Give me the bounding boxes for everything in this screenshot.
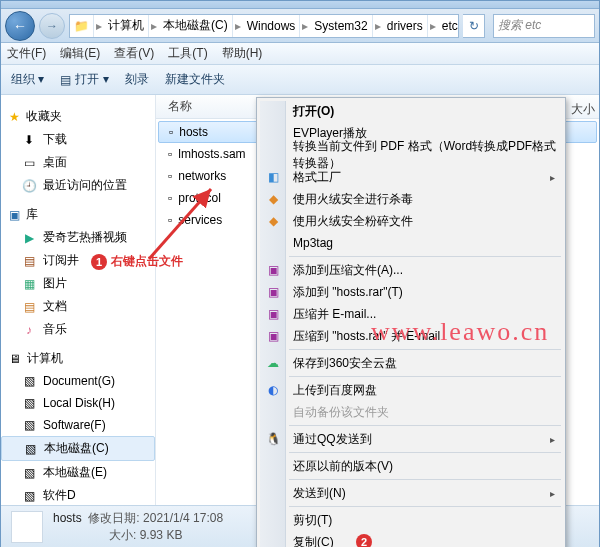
nav-downloads[interactable]: ⬇下载 bbox=[1, 128, 155, 151]
ctx-open[interactable]: 打开(O) bbox=[259, 100, 563, 122]
menu-tools[interactable]: 工具(T) bbox=[168, 45, 207, 62]
winrar-icon: ▣ bbox=[265, 262, 281, 278]
file-thumbnail bbox=[11, 511, 43, 543]
documents-icon: ▤ bbox=[21, 299, 37, 315]
chevron-right-icon: ▸ bbox=[550, 172, 555, 183]
nav-drive-d[interactable]: ▧软件D bbox=[1, 484, 155, 505]
nav-libraries-header[interactable]: ▣库 bbox=[1, 203, 155, 226]
chevron-right-icon[interactable]: ▸ bbox=[428, 19, 438, 33]
winrar-icon: ▣ bbox=[265, 328, 281, 344]
breadcrumb-computer[interactable]: 计算机 bbox=[104, 15, 149, 37]
chevron-right-icon[interactable]: ▸ bbox=[233, 19, 243, 33]
menu-file[interactable]: 文件(F) bbox=[7, 45, 46, 62]
organize-button[interactable]: 组织 ▾ bbox=[11, 71, 44, 88]
ctx-zip-rar-email[interactable]: ▣压缩到 "hosts.rar" 并 E-mail bbox=[259, 325, 563, 347]
breadcrumb[interactable]: 📁 ▸ 计算机 ▸ 本地磁盘(C) ▸ Windows ▸ System32 ▸… bbox=[69, 14, 459, 38]
column-name[interactable]: 名称 bbox=[168, 98, 192, 115]
badge-2: 2 bbox=[356, 534, 372, 547]
open-button[interactable]: ▤打开 ▾ bbox=[60, 71, 108, 88]
ctx-separator bbox=[289, 506, 561, 507]
breadcrumb-system32[interactable]: System32 bbox=[310, 15, 372, 37]
chevron-right-icon: ▸ bbox=[550, 488, 555, 499]
star-icon: ★ bbox=[9, 110, 20, 124]
ctx-cut[interactable]: 剪切(T) bbox=[259, 509, 563, 531]
ctx-qq-send[interactable]: 🐧通过QQ发送到▸ bbox=[259, 428, 563, 450]
ctx-zip-email[interactable]: ▣压缩并 E-mail... bbox=[259, 303, 563, 325]
context-menu: 打开(O) EVPlayer播放 转换当前文件到 PDF 格式（Word转换成P… bbox=[256, 97, 566, 547]
chevron-right-icon[interactable]: ▸ bbox=[300, 19, 310, 33]
desktop-icon: ▭ bbox=[21, 155, 37, 171]
ctx-save-360[interactable]: ☁保存到360安全云盘 bbox=[259, 352, 563, 374]
nav-drive-h[interactable]: ▧Local Disk(H) bbox=[1, 392, 155, 414]
shred-icon: ◆ bbox=[265, 213, 281, 229]
open-icon: ▤ bbox=[60, 73, 71, 87]
nav-music[interactable]: ♪音乐 bbox=[1, 318, 155, 341]
nav-documents[interactable]: ▤文档 bbox=[1, 295, 155, 318]
breadcrumb-drive-c[interactable]: 本地磁盘(C) bbox=[159, 15, 233, 37]
badge-1: 1 bbox=[91, 254, 107, 270]
new-folder-button[interactable]: 新建文件夹 bbox=[165, 71, 225, 88]
cloud-icon: ☁ bbox=[265, 355, 281, 371]
back-button[interactable]: ← bbox=[5, 11, 35, 41]
breadcrumb-windows[interactable]: Windows bbox=[243, 15, 301, 37]
nav-recent[interactable]: 🕘最近访问的位置 bbox=[1, 174, 155, 197]
nav-favorites-header[interactable]: ★收藏夹 bbox=[1, 105, 155, 128]
nav-pane[interactable]: ★收藏夹 ⬇下载 ▭桌面 🕘最近访问的位置 ▣库 ▶爱奇艺热播视频 ▤订阅井 ▦… bbox=[1, 95, 156, 505]
search-input[interactable]: 搜索 etc bbox=[493, 14, 595, 38]
ctx-add-archive[interactable]: ▣添加到压缩文件(A)... bbox=[259, 259, 563, 281]
ctx-separator bbox=[289, 376, 561, 377]
menu-view[interactable]: 查看(V) bbox=[114, 45, 154, 62]
baidu-icon: ◐ bbox=[265, 382, 281, 398]
ctx-huorong-scan[interactable]: ◆使用火绒安全进行杀毒 bbox=[259, 188, 563, 210]
app-icon: ◧ bbox=[265, 169, 281, 185]
title-bar[interactable] bbox=[1, 1, 599, 9]
ctx-separator bbox=[289, 256, 561, 257]
menu-edit[interactable]: 编辑(E) bbox=[60, 45, 100, 62]
nav-desktop[interactable]: ▭桌面 bbox=[1, 151, 155, 174]
svg-line-0 bbox=[149, 189, 211, 259]
shield-icon: ◆ bbox=[265, 191, 281, 207]
ctx-copy[interactable]: 复制(C) bbox=[259, 531, 563, 547]
explorer-window: ← → 📁 ▸ 计算机 ▸ 本地磁盘(C) ▸ Windows ▸ System… bbox=[0, 0, 600, 547]
ctx-auto-backup[interactable]: 自动备份该文件夹 bbox=[259, 401, 563, 423]
ctx-separator bbox=[289, 425, 561, 426]
nav-computer-header[interactable]: 🖥计算机 bbox=[1, 347, 155, 370]
column-size[interactable]: 大小 bbox=[571, 101, 595, 118]
drive-icon: ▧ bbox=[21, 488, 37, 504]
ctx-send-to[interactable]: 发送到(N)▸ bbox=[259, 482, 563, 504]
burn-button[interactable]: 刻录 bbox=[125, 71, 149, 88]
nav-drive-c[interactable]: ▧本地磁盘(C) bbox=[1, 436, 155, 461]
ctx-huorong-shred[interactable]: ◆使用火绒安全粉碎文件 bbox=[259, 210, 563, 232]
refresh-button[interactable]: ↻ bbox=[463, 14, 485, 38]
winrar-icon: ▣ bbox=[265, 306, 281, 322]
nav-drive-e[interactable]: ▧本地磁盘(E) bbox=[1, 461, 155, 484]
breadcrumb-drivers[interactable]: drivers bbox=[383, 15, 428, 37]
computer-icon: 🖥 bbox=[9, 352, 21, 366]
annotation-step-1: 1右键点击文件 bbox=[91, 253, 183, 270]
breadcrumb-icon[interactable]: 📁 bbox=[70, 15, 94, 37]
nav-drive-g[interactable]: ▧Document(G) bbox=[1, 370, 155, 392]
recent-icon: 🕘 bbox=[21, 178, 37, 194]
drive-icon: ▧ bbox=[22, 441, 38, 457]
chevron-right-icon[interactable]: ▸ bbox=[373, 19, 383, 33]
video-icon: ▶ bbox=[21, 230, 37, 246]
drive-icon: ▧ bbox=[21, 373, 37, 389]
ctx-separator bbox=[289, 479, 561, 480]
ctx-add-rar[interactable]: ▣添加到 "hosts.rar"(T) bbox=[259, 281, 563, 303]
nav-iqiyi[interactable]: ▶爱奇艺热播视频 bbox=[1, 226, 155, 249]
ctx-baidu-upload[interactable]: ◐上传到百度网盘 bbox=[259, 379, 563, 401]
chevron-right-icon[interactable]: ▸ bbox=[149, 19, 159, 33]
ctx-convert-pdf[interactable]: 转换当前文件到 PDF 格式（Word转换成PDF格式转换器） bbox=[259, 144, 563, 166]
chevron-right-icon[interactable]: ▸ bbox=[94, 19, 104, 33]
breadcrumb-etc[interactable]: etc bbox=[438, 15, 459, 37]
book-icon: ▤ bbox=[21, 253, 37, 269]
pictures-icon: ▦ bbox=[21, 276, 37, 292]
menu-help[interactable]: 帮助(H) bbox=[222, 45, 263, 62]
forward-button[interactable]: → bbox=[39, 13, 65, 39]
ctx-mp3tag[interactable]: Mp3tag bbox=[259, 232, 563, 254]
nav-drive-f[interactable]: ▧Software(F) bbox=[1, 414, 155, 436]
nav-pictures[interactable]: ▦图片 bbox=[1, 272, 155, 295]
ctx-format-factory[interactable]: ◧格式工厂▸ bbox=[259, 166, 563, 188]
ctx-restore-versions[interactable]: 还原以前的版本(V) bbox=[259, 455, 563, 477]
chevron-right-icon: ▸ bbox=[550, 434, 555, 445]
